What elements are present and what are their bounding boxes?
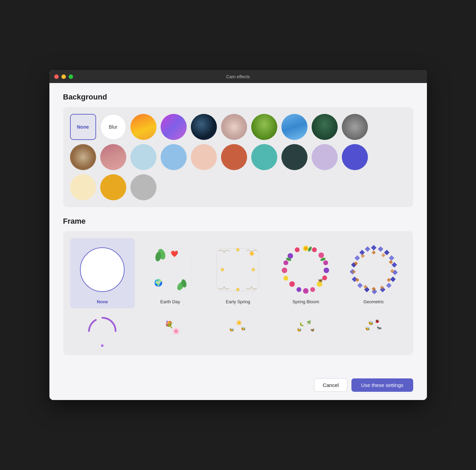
frame-section-title: Frame	[63, 217, 413, 226]
frame-partial-5[interactable]: 🐝 🐞 🐜 🐝	[341, 310, 406, 348]
background-grid: None Blur	[70, 114, 406, 200]
frame-none-thumb	[75, 242, 130, 297]
svg-point-28	[289, 281, 295, 287]
svg-marker-40	[384, 250, 390, 255]
bg-sunset[interactable]	[130, 114, 156, 140]
frame-earth-day[interactable]: ❤️ 🌍 Earth Day	[138, 238, 203, 308]
bg-pink-clouds[interactable]	[100, 144, 126, 170]
frame-early-spring-thumb: ☀️	[210, 242, 265, 297]
svg-point-9	[222, 269, 223, 270]
frame-none[interactable]: None	[70, 238, 135, 308]
svg-marker-39	[378, 246, 383, 252]
frame-none-label: None	[97, 299, 108, 304]
svg-text:🐛: 🐛	[299, 322, 304, 327]
svg-marker-45	[386, 283, 392, 288]
close-button[interactable]	[54, 74, 59, 79]
bg-yellow[interactable]	[100, 174, 126, 200]
bg-blur[interactable]: Blur	[100, 114, 126, 140]
svg-text:☀️: ☀️	[249, 251, 255, 257]
bg-room[interactable]	[70, 144, 96, 170]
frame-partial-3[interactable]: ☀️ 🐝 🐝	[206, 310, 271, 348]
bg-nature[interactable]	[251, 114, 277, 140]
svg-marker-38	[371, 245, 376, 250]
bg-office[interactable]	[342, 114, 368, 140]
frame-spring-bloom-label: Spring Bloom	[292, 299, 319, 304]
bg-lavender[interactable]	[312, 144, 338, 170]
bg-bokeh-dark[interactable]	[191, 114, 217, 140]
minimize-button[interactable]	[61, 74, 66, 79]
maximize-button[interactable]	[69, 74, 73, 79]
frame-partial-5-thumb: 🐝 🐞 🐜 🐝	[346, 314, 401, 348]
bg-palm[interactable]	[312, 114, 338, 140]
svg-point-22	[324, 268, 329, 273]
svg-point-11	[253, 269, 254, 270]
background-panel: None Blur	[63, 107, 413, 207]
svg-text:☀️: ☀️	[236, 320, 242, 326]
svg-point-18	[304, 247, 307, 250]
frame-partial-4-thumb: 🐛 🌿 🦋 🐝	[278, 314, 333, 348]
frame-row-2: 💐 🌸 ☀️ 🐝 🐝	[70, 310, 406, 348]
frame-partial-1-thumb	[75, 314, 130, 348]
frame-geometric-thumb	[346, 242, 401, 297]
svg-text:🌿: 🌿	[307, 320, 311, 325]
bg-light-blue2[interactable]	[161, 144, 187, 170]
background-section-title: Background	[63, 93, 413, 102]
svg-marker-56	[372, 250, 376, 255]
svg-point-19	[312, 247, 317, 252]
bg-light-blue1[interactable]	[130, 144, 156, 170]
svg-marker-49	[357, 283, 363, 288]
titlebar: Cam effects	[49, 70, 427, 83]
svg-marker-42	[392, 262, 397, 268]
use-settings-button[interactable]: Use these settings	[351, 378, 413, 392]
svg-point-20	[318, 252, 324, 258]
svg-point-13	[237, 249, 239, 250]
svg-text:🐝: 🐝	[229, 327, 234, 332]
svg-point-32	[288, 253, 293, 259]
cancel-button[interactable]: Cancel	[314, 378, 347, 392]
frame-geometric-label: Geometric	[363, 299, 384, 304]
frame-partial-1[interactable]	[70, 310, 135, 348]
bg-row-2	[70, 144, 406, 170]
svg-point-30	[282, 268, 287, 273]
svg-text:💐: 💐	[165, 320, 173, 329]
svg-text:🐝: 🐝	[241, 326, 246, 331]
svg-text:🌸: 🌸	[172, 327, 180, 335]
bg-sky-blue[interactable]	[281, 114, 307, 140]
svg-point-26	[303, 288, 309, 294]
bg-cream[interactable]	[70, 174, 96, 200]
bg-gray[interactable]	[130, 174, 156, 200]
svg-point-21	[323, 260, 328, 265]
svg-point-15	[237, 289, 239, 290]
bg-dark-teal[interactable]	[281, 144, 307, 170]
bg-bokeh-light[interactable]	[221, 114, 247, 140]
svg-marker-60	[387, 278, 391, 282]
cam-effects-window: Cam effects Background None Blur	[49, 70, 427, 400]
svg-point-68	[101, 344, 104, 347]
bg-none[interactable]: None	[70, 114, 96, 140]
frame-partial-2-thumb: 💐 🌸	[143, 314, 198, 348]
frame-partial-2[interactable]: 💐 🌸	[138, 310, 203, 348]
bg-teal[interactable]	[251, 144, 277, 170]
frame-spring-bloom[interactable]: 🦋 Spring Bloom	[273, 238, 338, 308]
frame-early-spring-label: Early Spring	[226, 299, 250, 304]
frame-spring-bloom-thumb: 🦋	[278, 242, 333, 297]
bg-indigo[interactable]	[342, 144, 368, 170]
traffic-lights	[54, 74, 73, 79]
svg-point-23	[322, 275, 327, 280]
svg-marker-54	[359, 250, 365, 255]
bg-peach[interactable]	[191, 144, 217, 170]
svg-text:🦋: 🦋	[318, 278, 323, 283]
frame-geometric[interactable]: Geometric	[341, 238, 406, 308]
svg-point-31	[283, 260, 288, 265]
svg-marker-53	[355, 255, 360, 261]
svg-text:🦋: 🦋	[310, 328, 315, 332]
frame-partial-4[interactable]: 🐛 🌿 🦋 🐝	[273, 310, 338, 348]
frame-early-spring[interactable]: ☀️ Early Spring	[206, 238, 271, 308]
main-content: Background None Blur	[49, 83, 427, 373]
bg-terracotta[interactable]	[221, 144, 247, 170]
bg-purple-gradient[interactable]	[161, 114, 187, 140]
frame-earth-day-thumb: ❤️ 🌍	[143, 242, 198, 297]
svg-marker-58	[389, 260, 393, 264]
svg-marker-55	[365, 246, 370, 252]
svg-text:❤️: ❤️	[171, 250, 178, 258]
